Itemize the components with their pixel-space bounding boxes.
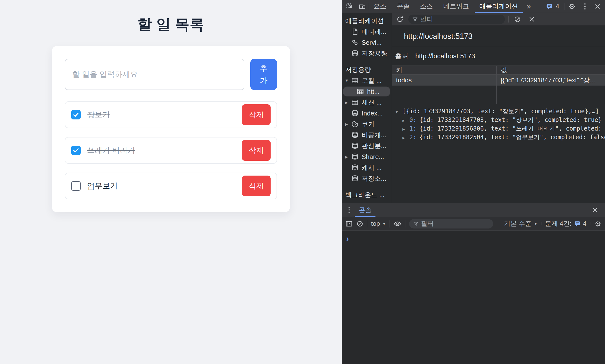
triangle-right-icon[interactable]: ▶ [402, 125, 409, 133]
divider [390, 220, 390, 228]
sidebar-item-interest-groups[interactable]: 관심분... [342, 140, 392, 151]
drawer-kebab-menu-icon[interactable] [346, 206, 352, 213]
tab-elements[interactable]: 요소 [368, 0, 392, 13]
delete-button[interactable]: 삭제 [242, 176, 271, 196]
sidebar-item-localhost-5173[interactable]: htt... [342, 86, 392, 97]
close-drawer-icon[interactable] [589, 207, 601, 213]
page-title: 할 일 목록 [0, 15, 342, 34]
database-icon [351, 142, 359, 150]
console-drawer: 콘솔 top ▼ [342, 203, 605, 364]
storage-url-header[interactable]: http://localhost:5173 [392, 26, 605, 47]
issues-bubble-icon [574, 221, 581, 227]
todo-checkbox-checked[interactable] [71, 146, 81, 155]
tabbar-right-controls: 4 [542, 0, 604, 13]
drawer-tab-console[interactable]: 콘솔 [355, 203, 375, 217]
add-button[interactable]: 추가 [250, 59, 277, 90]
column-header-key[interactable]: 키 [392, 66, 497, 74]
drawer-header: 콘솔 [342, 203, 605, 217]
todo-row: 업무보기 삭제 [65, 173, 277, 199]
tab-application[interactable]: 애플리케이션 [474, 0, 523, 13]
database-icon [351, 153, 359, 160]
database-icon [351, 131, 359, 139]
console-filter-input[interactable]: 필터 [409, 219, 493, 228]
storage-filter-input[interactable]: 필터 [408, 15, 505, 24]
tab-sources[interactable]: 소스 [415, 0, 438, 13]
more-tabs-chevron-icon[interactable]: » [523, 0, 535, 13]
chevron-right-icon[interactable]: ▶ [345, 122, 351, 127]
json-entry-line[interactable]: ▶ 1: {id: 1733291856806, text: "쓰레기 버리기"… [396, 125, 605, 133]
console-toolbar: top ▼ 필터 기본 수준 ▼ [342, 217, 605, 231]
triangle-right-icon[interactable]: ▶ [402, 134, 409, 142]
console-prompt-chevron: › [346, 234, 349, 243]
close-panel-icon[interactable] [526, 16, 537, 23]
device-toolbar-icon[interactable] [356, 0, 368, 13]
todo-checkbox-checked[interactable] [71, 110, 81, 119]
sidebar-item-cookies[interactable]: ▶ 쿠키 [342, 119, 392, 130]
table-icon [351, 77, 359, 84]
sidebar-item-service-workers[interactable]: Servi... [342, 37, 392, 48]
inspect-element-icon[interactable] [343, 0, 356, 13]
json-entry-line[interactable]: ▶ 0: {id: 1733291847703, text: "장보기", co… [396, 116, 605, 125]
todo-input[interactable] [65, 59, 244, 90]
console-prompt-area[interactable]: › [342, 231, 605, 364]
log-level-selector[interactable]: 기본 수준 ▼ [504, 219, 537, 228]
todo-checkbox-unchecked[interactable] [71, 181, 81, 191]
chevron-down-icon[interactable]: ▼ [345, 78, 351, 83]
divider [367, 220, 367, 228]
sidebar-item-local-storage[interactable]: ▼ 로컬 ... [342, 75, 392, 86]
clear-console-icon[interactable] [356, 220, 363, 227]
sidebar-item-cache-storage[interactable]: 캐시 ... [342, 162, 392, 173]
sidebar-item-session-storage[interactable]: ▶ 세션 ... [342, 97, 392, 108]
clear-storage-icon[interactable] [512, 16, 523, 23]
divider [590, 222, 590, 225]
kebab-menu-icon[interactable] [580, 0, 590, 13]
json-root-line[interactable]: ▼ [{id: 1733291847703, text: "장보기", comp… [396, 107, 605, 116]
storage-value-cell[interactable]: [{"id":1733291847703,"text":"장… [497, 75, 605, 86]
sidebar-item-private-state-tokens[interactable]: 비공개... [342, 130, 392, 140]
chevron-right-icon[interactable]: ▶ [345, 100, 351, 105]
sidebar-item-storage[interactable]: 저장용량 [342, 48, 392, 59]
tab-network[interactable]: 네트워크 [438, 0, 474, 13]
divider [405, 220, 405, 228]
sidebar-item-storage-buckets[interactable]: 저장소... [342, 173, 392, 184]
check-icon [72, 111, 79, 118]
tabbar-spacer [535, 0, 542, 13]
refresh-icon[interactable] [395, 16, 405, 23]
close-devtools-icon[interactable] [592, 0, 604, 13]
application-panel: 애플리케이션 매니페... Servi... 저장용량 저장용량 [342, 13, 605, 203]
json-entry-line[interactable]: ▶ 2: {id: 1733291882504, text: "업무보기", c… [396, 133, 605, 142]
sidebar-item-shared-storage[interactable]: ▶ Share... [342, 151, 392, 162]
execution-context-selector[interactable]: top ▼ [371, 220, 386, 228]
todo-label: 쓰레기 버리기 [87, 145, 135, 156]
chevron-right-icon[interactable]: ▶ [345, 155, 351, 159]
live-expression-eye-icon[interactable] [394, 220, 401, 228]
storage-key-cell[interactable]: todos [392, 75, 497, 86]
settings-gear-icon[interactable] [566, 0, 578, 13]
table-icon [357, 88, 364, 95]
todo-label: 장보기 [87, 110, 110, 120]
devtools-window: 요소 콘솔 소스 네트워크 애플리케이션 » 4 [342, 0, 605, 364]
delete-button[interactable]: 삭제 [242, 140, 271, 161]
sidebar-item-manifest[interactable]: 매니페... [342, 26, 392, 37]
database-icon [351, 110, 359, 117]
screen: 할 일 목록 추가 장보기 삭제 쓰레기 버리기 [0, 0, 605, 364]
column-header-value[interactable]: 값 [497, 66, 605, 74]
check-icon [72, 147, 79, 154]
tab-console[interactable]: 콘솔 [392, 0, 415, 13]
database-icon [351, 164, 359, 171]
sidebar-section-background-services: 백그라운드 ... [342, 189, 392, 200]
storage-row-todos[interactable]: todos [{"id":1733291847703,"text":"장… [392, 75, 605, 86]
delete-button[interactable]: 삭제 [242, 104, 271, 125]
console-settings-gear-icon[interactable] [594, 220, 602, 228]
todo-list: 장보기 삭제 쓰레기 버리기 삭제 업무보기 삭제 [65, 101, 277, 199]
todo-app-pane: 할 일 목록 추가 장보기 삭제 쓰레기 버리기 [0, 0, 342, 364]
origin-row: 출처 http://localhost:5173 [392, 47, 605, 66]
issues-counter[interactable]: 문제 4건: 4 [545, 219, 586, 228]
filter-funnel-icon [413, 221, 419, 227]
console-sidebar-toggle-icon[interactable] [345, 220, 353, 228]
issues-button[interactable]: 4 [542, 0, 563, 13]
triangle-right-icon[interactable]: ▶ [402, 117, 409, 125]
sidebar-item-indexeddb[interactable]: Index... [342, 108, 392, 119]
issues-count: 4 [556, 2, 559, 10]
triangle-down-icon[interactable]: ▼ [396, 108, 402, 116]
